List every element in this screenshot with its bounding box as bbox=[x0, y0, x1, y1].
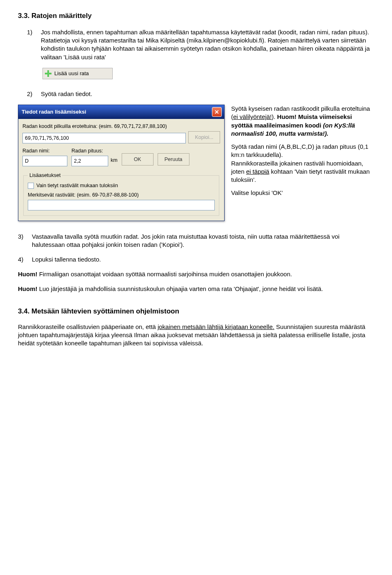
s1b: ). bbox=[272, 113, 277, 120]
side-instructions: Syötä kyseisen radan rastikoodit pilkull… bbox=[231, 105, 374, 202]
p2a: Rannikkorasteille osallistuvien pääperia… bbox=[18, 323, 158, 330]
cancel-button[interactable]: Peruuta bbox=[158, 153, 189, 166]
advanced-settings-group: Lisäasetukset Vain tietyt rastivälit muk… bbox=[23, 172, 219, 216]
close-icon: ✕ bbox=[214, 108, 219, 116]
list-text-1: Jos mahdollista, ennen tapahtuman alkua … bbox=[41, 28, 374, 61]
dialog-titlebar: Tiedot radan lisäämiseksi ✕ bbox=[18, 105, 224, 119]
only-intervals-checkbox[interactable] bbox=[28, 183, 34, 189]
only-intervals-label: Vain tietyt rastivälit mukaan tuloksiin bbox=[36, 182, 118, 189]
add-new-course-box[interactable]: Lisää uusi rata bbox=[42, 68, 113, 79]
list-text-2: Syötä radan tiedot. bbox=[41, 90, 374, 98]
close-button[interactable]: ✕ bbox=[212, 107, 222, 117]
s2a: Syötä radan nimi (A,B,BL,C,D) ja radan p… bbox=[231, 143, 368, 158]
plus-icon bbox=[45, 70, 52, 77]
s2u: ei täppiä bbox=[246, 168, 270, 175]
list-text-3: Vastaavalla tavalla syötä muutkin radat.… bbox=[32, 233, 374, 249]
significant-intervals-input[interactable] bbox=[28, 200, 215, 210]
codes-input[interactable]: 69,70,71,75,76,100 bbox=[22, 133, 186, 143]
add-new-course-label: Lisää uusi rata bbox=[54, 70, 89, 77]
name-label: Radan nimi: bbox=[22, 148, 67, 154]
huom1-bold: Huom! bbox=[18, 271, 38, 277]
s1huom: Huom! bbox=[277, 113, 297, 120]
section-heading-3-4: 3.4. Metsään lähtevien syöttäminen ohjel… bbox=[18, 307, 374, 316]
list-number-4: 4) bbox=[18, 255, 32, 264]
length-label: Radan pituus: bbox=[71, 148, 108, 154]
ok-button[interactable]: OK bbox=[122, 153, 154, 166]
huom2-text: Luo järjestäjiä ja mahdollisia suunnistu… bbox=[38, 285, 323, 292]
list-text-4: Lopuksi tallenna tiedosto. bbox=[32, 255, 374, 264]
name-input[interactable]: D bbox=[22, 156, 67, 166]
km-label: km bbox=[111, 157, 118, 164]
p2u: jokainen metsään lähtijä kirjataan konee… bbox=[158, 323, 274, 330]
svg-rect-3 bbox=[45, 73, 51, 74]
significant-intervals-label: Merkitsevät rastivälit: (esim. 69-70,87-… bbox=[28, 192, 215, 199]
dialog-title: Tiedot radan lisäämiseksi bbox=[22, 108, 86, 116]
copy-button[interactable]: Kopioi... bbox=[188, 131, 220, 143]
s3: Valitse lopuksi 'OK' bbox=[231, 189, 374, 197]
advanced-settings-legend: Lisäasetukset bbox=[28, 172, 62, 179]
codes-label: Radan koodit pilkuilla eroteltuina: (esi… bbox=[22, 123, 220, 130]
section-heading-3-3: 3.3. Ratojen määrittely bbox=[18, 11, 374, 21]
list-number-1: 1) bbox=[27, 28, 41, 61]
huom2-bold: Huom! bbox=[18, 285, 38, 292]
list-number-2: 2) bbox=[27, 90, 41, 98]
section-3-4-para: Rannikkorasteille osallistuvien pääperia… bbox=[18, 323, 374, 348]
s1u: ei välilyöntejä! bbox=[233, 113, 272, 120]
length-input[interactable]: 2,2 bbox=[71, 156, 108, 166]
list-number-3: 3) bbox=[18, 233, 32, 249]
huom1-text: Firmaliigan osanottajat voidaan syöttää … bbox=[38, 271, 292, 277]
dialog-window: Tiedot radan lisäämiseksi ✕ Radan koodit… bbox=[18, 105, 225, 221]
